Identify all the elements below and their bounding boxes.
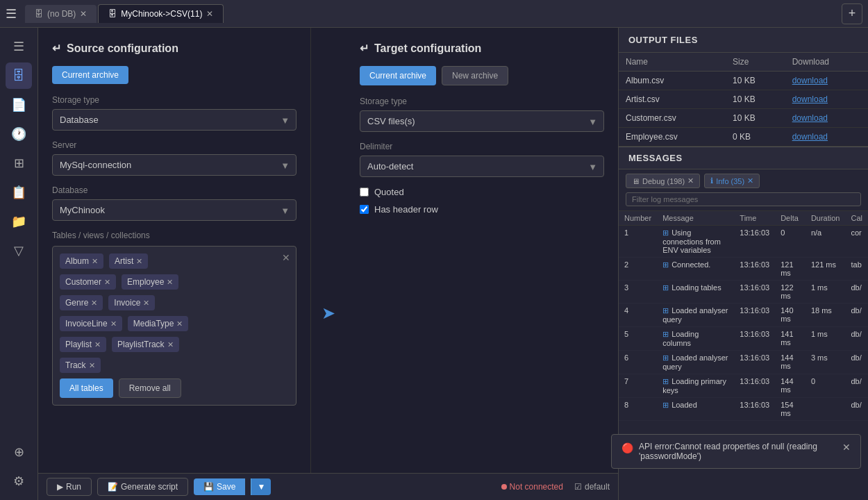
source-server-label: Server [52,140,297,150]
messages-table: Number Message Time Delta Duration Cal 1… [619,211,868,421]
all-tables-button[interactable]: All tables [60,378,113,398]
tag-track-remove[interactable]: ✕ [89,361,95,370]
col-header-name: Name [619,53,726,72]
info-close-icon[interactable]: ✕ [747,176,753,185]
expand-icon[interactable]: ⊞ [662,401,669,409]
expand-icon[interactable]: ⊞ [662,283,669,292]
target-storage-type-wrapper: CSV files(s) ▼ [360,110,604,132]
msg-duration [806,398,846,421]
tag-invoice-remove[interactable]: ✕ [143,299,149,308]
tag-genre-remove[interactable]: ✕ [91,299,97,308]
info-icon: ℹ [710,176,713,185]
msg-time: 13:16:03 [734,374,775,398]
source-tags-close[interactable]: ✕ [282,252,290,263]
messages-toolbar: 🖥 Debug (198) ✕ ℹ Info (35) ✕ [619,169,868,211]
source-storage-type-select[interactable]: Database [52,109,297,131]
sidebar-icon-database[interactable]: 🗄 [6,62,32,89]
save-dropdown-button[interactable]: ▼ [251,478,271,495]
quoted-checkbox[interactable] [360,188,369,197]
tag-playlist-remove[interactable]: ✕ [94,340,101,349]
sidebar-icon-grid[interactable]: ⊞ [6,150,32,176]
tab-active[interactable]: 🗄 MyChinook->CSV(11) ✕ [98,4,224,23]
output-file-download[interactable]: download [785,72,868,90]
generate-script-button[interactable]: 📝 Generate script [97,478,188,496]
expand-icon[interactable]: ⊞ [662,353,669,362]
msg-num: 4 [619,303,657,327]
msg-cal: db/ [845,303,868,327]
sidebar-icon-folder[interactable]: 📁 [6,208,32,235]
tag-playlisttrack-remove[interactable]: ✕ [167,340,174,349]
msg-cal: db/ [845,374,868,398]
sidebar-icon-filter[interactable]: ▽ [6,238,32,264]
expand-icon[interactable]: ⊞ [662,330,669,338]
sidebar-icon-history[interactable]: 🕐 [6,121,32,147]
sidebar-icon-settings[interactable]: ⚙ [6,468,32,494]
messages-filter-input[interactable] [626,192,861,206]
save-button[interactable]: 💾 Save [194,478,245,495]
expand-icon[interactable]: ⊞ [662,377,669,385]
tab-no-db-close[interactable]: ✕ [80,9,87,19]
output-file-download[interactable]: download [785,109,868,128]
error-icon: 🔴 [621,442,633,453]
tag-playlisttrack: PlaylistTrack ✕ [112,337,179,352]
tab-active-close[interactable]: ✕ [206,9,213,19]
header-row-checkbox[interactable] [360,205,369,214]
target-delimiter-select[interactable]: Auto-detect [360,156,604,177]
source-server-select[interactable]: MySql-connection [52,154,297,176]
tab-no-db-icon: 🗄 [35,9,43,19]
tag-album-remove[interactable]: ✕ [92,257,98,266]
msg-duration: 1 ms [806,327,846,351]
output-file-name: Album.csv [619,72,726,90]
debug-close-icon[interactable]: ✕ [687,176,694,185]
msg-time: 13:16:03 [734,303,775,327]
msg-num: 6 [619,351,657,374]
msg-col-number: Number [619,211,657,226]
expand-icon[interactable]: ⊞ [662,306,669,315]
msg-num: 8 [619,398,657,421]
remove-all-button[interactable]: Remove all [119,378,181,398]
expand-icon[interactable]: ⊞ [662,260,669,269]
tab-add-button[interactable]: + [842,3,862,24]
target-storage-type-select[interactable]: CSV files(s) [360,110,604,132]
msg-duration: 0 [806,374,846,398]
msg-cal: db/ [845,398,868,421]
source-database-select[interactable]: MyChinook [52,199,297,221]
sidebar-icon-clipboard[interactable]: 📋 [6,179,32,206]
header-row-row: Has header row [360,204,604,215]
tag-invoiceline-remove[interactable]: ✕ [110,319,117,328]
tag-invoiceline: InvoiceLine ✕ [60,316,122,331]
msg-num: 7 [619,374,657,398]
output-file-download[interactable]: download [785,128,868,147]
sidebar-icon-menu[interactable]: ☰ [6,33,32,60]
target-new-archive-button[interactable]: New archive [442,66,508,85]
sidebar: ☰ 🗄 📄 🕐 ⊞ 📋 📁 ▽ ⊕ ⚙ [0,28,38,500]
sidebar-icon-layers[interactable]: ⊕ [6,439,32,465]
output-file-download[interactable]: download [785,90,868,109]
save-icon: 💾 [203,482,214,492]
output-file-name: Customer.csv [619,109,726,128]
debug-button[interactable]: 🖥 Debug (198) ✕ [626,174,700,188]
header-row-label: Has header row [374,204,438,215]
tag-employee-remove[interactable]: ✕ [167,278,173,287]
expand-icon[interactable]: ⊞ [662,228,669,237]
info-button[interactable]: ℹ Info (35) ✕ [704,174,760,188]
error-toast-close[interactable]: ✕ [842,442,851,453]
right-panel: OUTPUT FILES Name Size Download Album.cs… [618,28,868,500]
run-button[interactable]: ▶ Run [47,478,92,496]
target-storage-type-group: Storage type CSV files(s) ▼ [360,97,604,132]
tags-row-5: Playlist ✕ PlaylistTrack ✕ [60,337,289,352]
direction-arrow: ➤ [311,28,346,473]
tag-artist-remove[interactable]: ✕ [136,257,142,266]
source-storage-type-wrapper: Database ▼ [52,109,297,131]
table-row: Customer.csv 10 KB download [619,109,868,128]
tab-no-db[interactable]: 🗄 (no DB) ✕ [25,5,97,23]
source-current-archive-button[interactable]: Current archive [52,66,128,84]
tag-mediatype-remove[interactable]: ✕ [176,319,183,328]
target-current-archive-button[interactable]: Current archive [360,66,436,85]
source-archive-buttons: Current archive [52,66,297,84]
tag-customer-remove[interactable]: ✕ [104,278,110,287]
menu-icon[interactable]: ☰ [6,6,17,22]
msg-text: ⊞Loading tables [657,281,734,303]
sidebar-icon-file[interactable]: 📄 [6,92,32,118]
source-config-panel: ↵ Source configuration Current archive S… [38,28,311,473]
